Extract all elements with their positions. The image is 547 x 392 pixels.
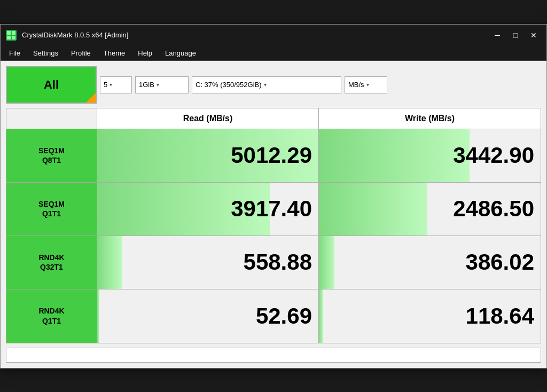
drive-select[interactable]: C: 37% (350/952GiB) ▾ [192,76,341,93]
row-label-1: SEQ1MQ1T1 [6,183,97,236]
menu-bar: FileSettingsProfileThemeHelpLanguage [1,46,546,61]
app-window: CrystalDiskMark 8.0.5 x64 [Admin] ─ □ ✕ … [0,24,547,369]
svg-rect-2 [12,31,15,35]
read-cell-0: 5012.29 [97,129,319,183]
write-value-2: 386.02 [466,249,534,275]
read-cell-2: 558.88 [97,236,319,289]
menu-item-settings[interactable]: Settings [27,46,65,60]
svg-rect-3 [7,36,11,40]
write-value-1: 2486.50 [453,196,534,222]
maximize-button[interactable]: □ [507,28,524,43]
read-value-0: 5012.29 [231,143,312,168]
toolbar: All 5 ▾ 1GiB ▾ C: 37% (350/952GiB) ▾ MB/… [6,66,541,104]
write-header: Write (MB/s) [319,108,541,129]
size-select[interactable]: 1GiB ▾ [135,76,189,93]
title-bar: CrystalDiskMark 8.0.5 x64 [Admin] ─ □ ✕ [1,25,546,46]
status-bar [6,348,541,363]
runs-select[interactable]: 5 ▾ [100,76,132,93]
main-content: All 5 ▾ 1GiB ▾ C: 37% (350/952GiB) ▾ MB/… [1,61,546,368]
write-cell-0: 3442.90 [319,129,541,183]
drive-chevron-icon: ▾ [264,82,267,88]
unit-chevron-icon: ▾ [366,82,369,88]
window-title: CrystalDiskMark 8.0.5 x64 [Admin] [22,31,489,39]
read-header: Read (MB/s) [97,108,319,129]
row-label-3: RND4KQ1T1 [6,289,97,343]
read-value-3: 52.69 [256,303,312,329]
write-value-0: 3442.90 [453,143,534,168]
app-icon [5,29,18,42]
size-chevron-icon: ▾ [157,82,159,88]
write-cell-1: 2486.50 [319,183,541,236]
close-button[interactable]: ✕ [525,28,542,43]
svg-rect-1 [7,31,11,35]
grid-header-spacer [6,108,97,129]
menu-item-help[interactable]: Help [131,46,159,60]
menu-item-profile[interactable]: Profile [65,46,97,60]
row-label-0: SEQ1MQ8T1 [6,129,97,183]
row-label-2: RND4KQ32T1 [6,236,97,289]
menu-item-theme[interactable]: Theme [97,46,131,60]
read-value-2: 558.88 [244,249,312,275]
read-cell-3: 52.69 [97,289,319,343]
svg-rect-4 [12,36,15,40]
minimize-button[interactable]: ─ [489,28,506,43]
menu-item-language[interactable]: Language [159,46,202,60]
menu-item-file[interactable]: File [3,46,27,60]
write-cell-2: 386.02 [319,236,541,289]
read-value-1: 3917.40 [231,196,312,222]
window-controls: ─ □ ✕ [489,28,542,43]
runs-chevron-icon: ▾ [110,82,112,88]
read-cell-1: 3917.40 [97,183,319,236]
write-value-3: 118.64 [466,303,534,329]
write-cell-3: 118.64 [319,289,541,343]
all-button[interactable]: All [6,66,97,104]
results-grid: Read (MB/s) Write (MB/s) SEQ1MQ8T15012.2… [6,108,541,343]
unit-select[interactable]: MB/s ▾ [345,76,387,93]
